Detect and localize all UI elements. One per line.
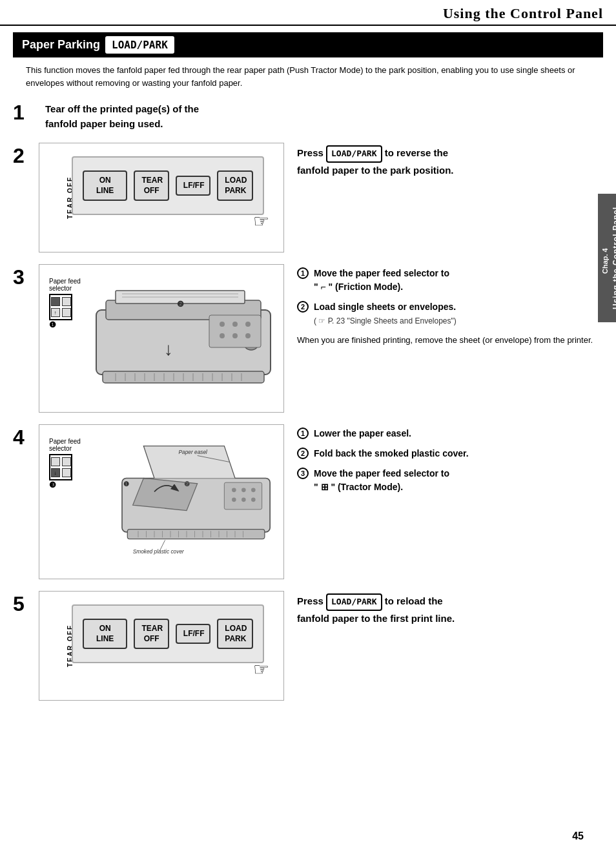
step-2-number: 2 — [13, 143, 39, 168]
step-1-row: 1 Tear off the printed page(s) of thefan… — [13, 99, 603, 131]
lf-ff-btn-2: LF/FF — [176, 176, 210, 196]
step-3-text: 1 Move the paper feed selector to" ⌐ " (… — [284, 264, 603, 347]
step-2-row: 2 TEAR OFF ON LINE TEAROFF LF/FF LOADPAR… — [13, 143, 603, 252]
header-title: Using the Control Panel — [443, 5, 603, 21]
svg-point-28 — [220, 333, 225, 338]
svg-point-58 — [232, 498, 236, 502]
svg-point-59 — [241, 498, 246, 502]
pf-box-4: ↓ — [49, 454, 72, 480]
on-line-btn-2: ON LINE — [83, 170, 127, 201]
svg-text:Smoked plastic cover: Smoked plastic cover — [133, 548, 185, 555]
step-5-diagram: TEAR OFF ON LINE TEAROFF LF/FF LOADPARK … — [39, 591, 284, 701]
svg-rect-24 — [209, 315, 261, 347]
load-park-btn-2: LOADPARK — [217, 170, 253, 201]
svg-point-30 — [245, 333, 251, 338]
section-title-text: Paper Parking — [22, 38, 100, 52]
svg-point-60 — [251, 498, 256, 502]
step-5-press: Press LOAD/PARK to reload thefanfold pap… — [297, 593, 603, 626]
svg-point-26 — [232, 322, 238, 327]
pf-selector-text-4: Paper feedselector — [49, 438, 81, 452]
bullet-1-text: Move the paper feed selector to" ⌐ " (Fr… — [314, 267, 449, 294]
pf-cell4-top-right — [62, 457, 71, 466]
step-5-row: 5 TEAR OFF ON LINE TEAROFF LF/FF LOADPAR… — [13, 591, 603, 701]
svg-point-56 — [241, 488, 246, 493]
svg-point-29 — [232, 333, 238, 338]
step-5-text: Press LOAD/PARK to reload thefanfold pap… — [284, 591, 603, 626]
step-2-button-label: LOAD/PARK — [326, 145, 382, 163]
svg-point-25 — [220, 322, 225, 327]
bullet4-1-circle: 1 — [297, 428, 309, 439]
bullet-2-text: Load single sheets or envelopes. ( ☞ P. … — [314, 300, 457, 327]
step-3-bullet-1: 1 Move the paper feed selector to" ⌐ " (… — [297, 267, 603, 294]
intro-text: This function moves the fanfold paper fe… — [26, 64, 590, 89]
printer-svg-4: Paper easel ❶ ❷ — [90, 428, 283, 577]
step-5-button-label: LOAD/PARK — [326, 593, 382, 611]
step-4-row: 4 Paper feedselector ↓ ❸ — [13, 424, 603, 579]
pf-cell4-bot-right — [62, 468, 71, 477]
step-2-text: Press LOAD/PARK to reverse thefanfold pa… — [284, 143, 603, 178]
bullet4-1-text: Lower the paper easel. — [314, 427, 411, 440]
step-5-number: 5 — [13, 591, 39, 616]
svg-text:❶: ❶ — [123, 480, 129, 488]
pf-cell4-bot-left: ↓ — [51, 468, 60, 477]
bullet4-2-text: Fold back the smoked plastic cover. — [314, 447, 469, 460]
tear-off-btn-5: TEAROFF — [134, 619, 169, 649]
step-3-row: 3 Paper feedselector ↑ ❶ — [13, 264, 603, 413]
svg-point-57 — [251, 488, 256, 493]
side-tab: Chap. 4 Using the Control Panel — [598, 194, 616, 322]
step-3-bullet-2: 2 Load single sheets or envelopes. ( ☞ P… — [297, 300, 603, 327]
side-tab-chap: Chap. 4 — [601, 213, 609, 309]
bullet4-2-circle: 2 — [297, 448, 309, 459]
bullet-1-circle: 1 — [297, 267, 309, 279]
section-title-bar: Paper Parking LOAD/PARK — [13, 32, 603, 57]
step-4-bullet-1: 1 Lower the paper easel. — [297, 427, 603, 440]
content-area: 1 Tear off the printed page(s) of thefan… — [13, 99, 603, 732]
svg-point-27 — [245, 322, 251, 327]
svg-rect-54 — [224, 482, 262, 510]
step-3-diagram: Paper feedselector ↑ ❶ — [39, 264, 284, 413]
side-tab-text: Using the Control Panel — [611, 207, 616, 309]
printer-svg-3: ↓ ❷ — [51, 271, 283, 400]
page-number: 45 — [572, 830, 584, 842]
step-4-text: 1 Lower the paper easel. 2 Fold back the… — [284, 424, 603, 500]
section-title-button: LOAD/PARK — [105, 36, 174, 54]
page-header: Using the Control Panel — [0, 0, 616, 26]
lf-ff-btn-5: LF/FF — [176, 624, 210, 644]
step-4-number: 4 — [13, 424, 39, 449]
bullet4-3-circle: 3 — [297, 468, 309, 479]
step-4-bullet-3: 3 Move the paper feed selector to" ⊞ " (… — [297, 467, 603, 494]
step-4-diagram: Paper feedselector ↓ ❸ — [39, 424, 284, 579]
finger-icon-5: ☞ — [253, 659, 269, 680]
bullet-2-circle: 2 — [297, 301, 309, 313]
step-1-text: Tear off the printed page(s) of thefanfo… — [39, 99, 199, 131]
tear-off-btn-2: TEAROFF — [134, 170, 169, 201]
step-3-when-text: When you are finished printing, remove t… — [297, 334, 603, 347]
on-line-btn-5: ON LINE — [83, 619, 127, 649]
bullet4-3-text: Move the paper feed selector to" ⊞ " (Tr… — [314, 467, 449, 494]
step-3-number: 3 — [13, 264, 39, 289]
svg-point-55 — [232, 488, 236, 493]
svg-text:↓: ↓ — [164, 339, 173, 359]
paper-feed-selector-label-4: Paper feedselector ↓ ❸ — [49, 438, 81, 489]
finger-icon-2: ☞ — [253, 211, 269, 232]
step-1-number: 1 — [13, 99, 39, 125]
svg-text:Paper easel: Paper easel — [179, 449, 209, 455]
svg-text:❷: ❷ — [177, 300, 184, 309]
step-4-bullet-2: 2 Fold back the smoked plastic cover. — [297, 447, 603, 460]
step-2-press: Press LOAD/PARK to reverse thefanfold pa… — [297, 145, 603, 178]
pf-selector-number-4: ❸ — [49, 480, 81, 489]
step-2-diagram: TEAR OFF ON LINE TEAROFF LF/FF LOADPARK … — [39, 143, 284, 252]
svg-rect-37 — [127, 530, 265, 539]
load-park-btn-5: LOADPARK — [217, 619, 253, 649]
pf-cell4-top-left — [51, 457, 60, 466]
bullet-2-sub: ( ☞ P. 23 "Single Sheets and Envelopes") — [314, 316, 457, 325]
